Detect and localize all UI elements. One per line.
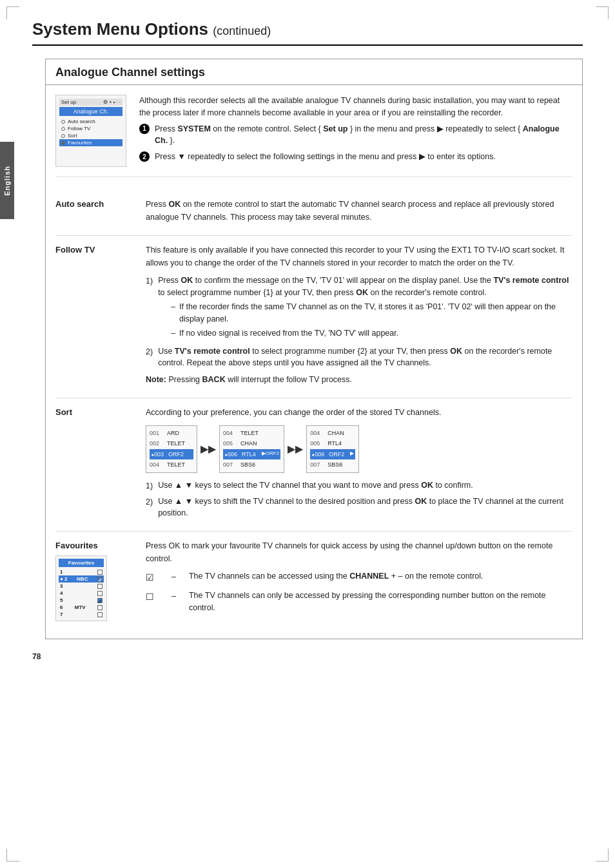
followtv-dash2: – If no video signal is received from th… (171, 327, 572, 340)
page-container: English System Menu Options (continued) … (0, 0, 615, 868)
setup-icons: ⚙ + • · · (103, 99, 121, 105)
autosearch-label: Auto search (55, 198, 133, 227)
followtv-steps: 1) Press OK to confirm the message on th… (146, 275, 572, 369)
fav-row-6: 6 MTV (59, 604, 104, 611)
corner-mark-br (596, 849, 609, 862)
followtv-note: Note: Pressing BACK will interrupt the f… (146, 373, 572, 386)
fav-num-1: 1 (60, 569, 63, 575)
fav-name-6: MTV (75, 604, 86, 610)
fav-num-6: 6 (60, 604, 63, 610)
fav-screenshot: Favourites 1 ● 2 NBC ✓ 3 (55, 555, 107, 621)
page-title-main: System Menu Options (32, 19, 208, 39)
step2-num: 2 (139, 151, 150, 162)
fav-num-3: 3 (60, 583, 63, 589)
fav-chk-1 (97, 570, 102, 575)
checked-dash: – (171, 570, 176, 583)
dash-icon2: – (171, 327, 175, 340)
unchecked-desc: The TV channels can only be accessed by … (189, 590, 572, 614)
followtv-step1-content: Press OK to confirm the message on the T… (158, 275, 572, 342)
page-title-continued: (continued) (213, 24, 271, 37)
unchecked-dash: – (171, 590, 176, 603)
step2-text: Press ▼ repeatedly to select the followi… (155, 151, 572, 163)
followtv-step1-num: 1) (146, 275, 153, 342)
section-header-text: Analogue Channel settings (55, 66, 205, 79)
sort-row-1-3: ⬥003ORF2 (150, 449, 193, 459)
corner-mark-tl (6, 6, 19, 19)
sort-row-3-3: ⬥006ORF2▶ (310, 449, 355, 459)
sort-box-2: 004TELET 005CHAN ⬥006RTL4▶ORF2 007SBS6 (219, 425, 284, 473)
sort-box-3: 004CHAN 005RTL4 ⬥006ORF2▶ 007SBS6 (306, 425, 359, 473)
fav-row-5: 5 ✓ (59, 597, 104, 604)
sort-text: According to your preference, you can ch… (146, 406, 572, 419)
side-tab-english: English (0, 142, 14, 219)
checked-desc: The TV channels can be accessed using th… (189, 570, 572, 583)
fav-chk-5: ✓ (97, 598, 102, 603)
dot-favourites (61, 141, 65, 145)
followtv-step2: 2) Use TV's remote control to select pro… (146, 345, 572, 370)
menu-label-followtv: Follow TV (68, 126, 90, 131)
sort-diagrams: 001ARD 002TELET ⬥003ORF2 004TELET (146, 425, 572, 473)
page-number: 78 (32, 652, 583, 661)
fav-chk-6 (97, 605, 102, 610)
menu-title: Analogue Ch. (59, 107, 122, 116)
sort-arrow-2: ▶▶ (288, 441, 303, 458)
dash-icon1: – (171, 301, 175, 325)
menu-row-sort: Sort (59, 132, 122, 139)
step1-item: 1 Press SYSTEM on the remote control. Se… (139, 123, 572, 148)
sort-step2-num: 2) (146, 496, 153, 520)
menu-row-followtv: Follow TV (59, 125, 122, 132)
sort-step1-num: 1) (146, 479, 153, 492)
dot-icon2: · (119, 99, 121, 105)
fav-chk-4 (97, 591, 102, 596)
fav-row-3: 3 (59, 583, 104, 590)
sort-step2: 2) Use ▲ ▼ keys to shift the TV channel … (146, 496, 572, 520)
autosearch-text: Press OK on the remote control to start … (146, 198, 572, 224)
checked-symbol: ☑ (146, 570, 159, 584)
fav-chk-2: ✓ (97, 577, 102, 582)
unchecked-symbol: ☐ (146, 590, 159, 604)
corner-mark-tr (596, 6, 609, 19)
followtv-dash1: – If the recorder finds the same TV chan… (171, 301, 572, 325)
fav-name-2: NBC (77, 576, 88, 582)
gear-icon: ⚙ (103, 99, 108, 105)
step1-num: 1 (139, 124, 150, 134)
menu-label-favourites: Favourites (68, 140, 92, 146)
intro-paragraph: Although this recorder selects all the a… (139, 95, 572, 119)
sort-row-2-4: 007SBS6 (223, 459, 280, 470)
dot-sort (61, 134, 65, 138)
sort-row-2-2: 005CHAN (223, 438, 280, 448)
bullet-icon: • (113, 99, 115, 105)
sort-row-1-4: 004TELET (150, 459, 193, 470)
step2-item: 2 Press ▼ repeatedly to select the follo… (139, 151, 572, 163)
fav-num-5: 5 (60, 597, 63, 603)
fav-num-4: 4 (60, 590, 63, 596)
sort-content: According to your preference, you can ch… (146, 406, 572, 523)
sort-row-3-2: 005RTL4 (310, 438, 355, 448)
fav-num-2: ● 2 (60, 576, 68, 582)
checkbox-row-unchecked: ☐ – The TV channels can only be accessed… (146, 590, 572, 614)
followtv-dash2-text: If no video signal is received from the … (179, 327, 398, 340)
followtv-dashes: – If the recorder finds the same TV chan… (171, 301, 572, 339)
fav-title: Favourites (59, 559, 104, 567)
sort-box-1: 001ARD 002TELET ⬥003ORF2 004TELET (146, 425, 197, 473)
step1-text: Press SYSTEM on the remote control. Sele… (155, 123, 572, 148)
sort-row-3-1: 004CHAN (310, 428, 355, 438)
favourites-label: Favourites Favourites 1 ● 2 NBC ✓ (55, 539, 133, 621)
menu-screenshot: Set up ⚙ + • · · Analogue Ch. (55, 95, 126, 167)
sort-steps: 1) Use ▲ ▼ keys to select the TV channel… (146, 479, 572, 520)
sort-row-1-1: 001ARD (150, 428, 193, 438)
feature-row-autosearch: Auto search Press OK on the remote contr… (55, 190, 572, 236)
autosearch-content: Press OK on the remote control to start … (146, 198, 572, 227)
dot-autosearch (61, 120, 65, 124)
dot-followtv (61, 127, 65, 131)
content-box: Analogue Channel settings Set up ⚙ + • ·… (45, 59, 583, 639)
fav-row-7: 7 (59, 611, 104, 618)
followtv-dash1-text: If the recorder finds the same TV channe… (179, 301, 572, 325)
followtv-step2-num: 2) (146, 345, 153, 370)
feature-row-followtv: Follow TV This feature is only available… (55, 236, 572, 398)
followtv-intro: This feature is only available if you ha… (146, 244, 572, 269)
setup-row: Set up ⚙ + • · · (59, 99, 122, 106)
sort-step1: 1) Use ▲ ▼ keys to select the TV channel… (146, 479, 572, 492)
fav-chk-3 (97, 584, 102, 589)
menu-label-sort: Sort (68, 133, 77, 139)
